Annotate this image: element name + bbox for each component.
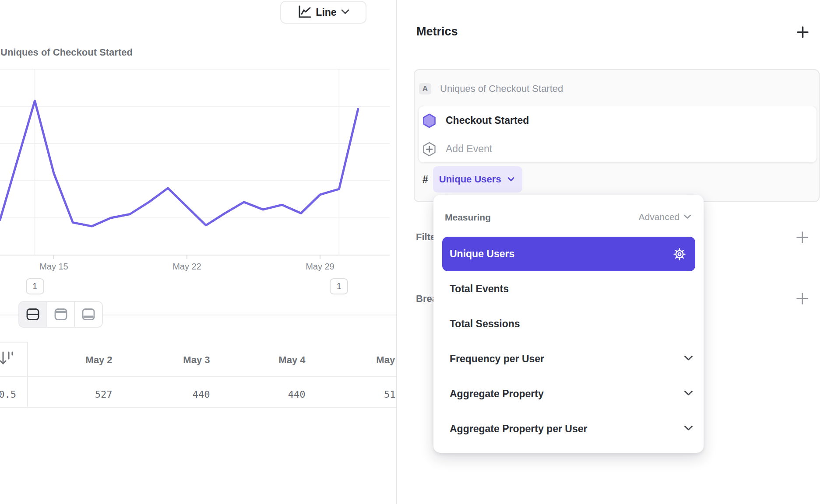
metric-letter-badge: A (419, 83, 431, 94)
measuring-dropdown: Measuring Advanced Unique Users Total E (433, 195, 704, 453)
x-axis-tick-label: May 15 (34, 262, 74, 272)
chevron-down-icon (684, 425, 693, 433)
chart-panel: Line Uniques of Checkout Started May 15M… (0, 0, 396, 504)
menu-item-label: Total Sessions (450, 318, 520, 330)
menu-item-total-events[interactable]: Total Events (433, 271, 704, 306)
add-metric-button[interactable] (797, 26, 809, 39)
layout-toggle-group (18, 301, 103, 328)
chevron-down-icon (684, 390, 693, 398)
measure-row: # Unique Users (423, 166, 522, 192)
chevron-down-icon (507, 176, 514, 183)
add-event-label: Add Event (446, 143, 492, 155)
add-event-row[interactable]: Add Event (419, 135, 817, 163)
table-row-border (0, 407, 396, 408)
table-value-cell: 440 (218, 389, 306, 400)
add-filter-button[interactable] (796, 231, 809, 245)
annotation-badge[interactable]: 1 (330, 278, 348, 294)
menu-item-aggregate-property-per-user[interactable]: Aggregate Property per User (433, 411, 704, 446)
table-value-cell: 440 (123, 389, 210, 400)
menu-item-frequency-per-user[interactable]: Frequency per User (433, 341, 704, 376)
metric-card: A Uniques of Checkout Started Checkout S… (414, 69, 820, 202)
menu-item-label: Total Events (450, 283, 509, 295)
panel-divider (396, 0, 397, 504)
event-name: Checkout Started (446, 115, 529, 126)
x-axis-tick-label: May 22 (167, 262, 207, 272)
table-header-cell: May 2 (25, 354, 113, 366)
event-card: Checkout Started Add Event (418, 106, 817, 163)
measure-selector-label: Unique Users (439, 174, 501, 185)
menu-item-label: Unique Users (450, 248, 514, 260)
table-row-label: 0.5 (0, 389, 16, 400)
chevron-down-icon (683, 214, 691, 220)
event-hexagon-icon (423, 113, 446, 128)
gear-icon[interactable] (672, 246, 687, 264)
menu-item-unique-users[interactable]: Unique Users (442, 237, 695, 271)
add-event-hexagon-icon (423, 142, 446, 157)
table-border (0, 342, 27, 343)
chevron-down-icon (684, 355, 693, 363)
metric-header-row: A Uniques of Checkout Started (419, 83, 563, 94)
menu-item-label: Aggregate Property per User (450, 423, 587, 435)
event-row[interactable]: Checkout Started (419, 106, 817, 135)
metrics-section-title: Metrics (416, 25, 458, 38)
add-breakdown-button[interactable] (796, 292, 809, 306)
advanced-mode-selector[interactable]: Advanced (636, 211, 694, 223)
table-header-cell: May 5 (316, 354, 397, 366)
measuring-header: Measuring (445, 212, 491, 223)
advanced-mode-label: Advanced (639, 212, 680, 222)
menu-item-label: Frequency per User (450, 353, 544, 365)
menu-item-aggregate-property[interactable]: Aggregate Property (433, 376, 704, 411)
measure-type-symbol: # (423, 174, 428, 186)
layout-chart-only-button[interactable] (46, 302, 74, 327)
table-value-cell: 51 (384, 389, 396, 400)
sort-descending-icon[interactable] (0, 349, 16, 369)
layout-split-button[interactable] (19, 302, 46, 327)
measure-selector-chip[interactable]: Unique Users (433, 166, 522, 192)
menu-item-label: Aggregate Property (450, 388, 544, 400)
annotation-badge[interactable]: 1 (26, 278, 44, 294)
table-header-cell: May 4 (218, 354, 306, 366)
x-axis-tick-label: May 29 (300, 262, 340, 272)
layout-table-only-button[interactable] (74, 302, 102, 327)
metric-name: Uniques of Checkout Started (440, 83, 563, 94)
table-value-cell: 527 (25, 389, 113, 400)
menu-item-total-sessions[interactable]: Total Sessions (433, 306, 704, 341)
table-header-border (0, 376, 396, 377)
table-header-cell: May 3 (123, 354, 210, 366)
